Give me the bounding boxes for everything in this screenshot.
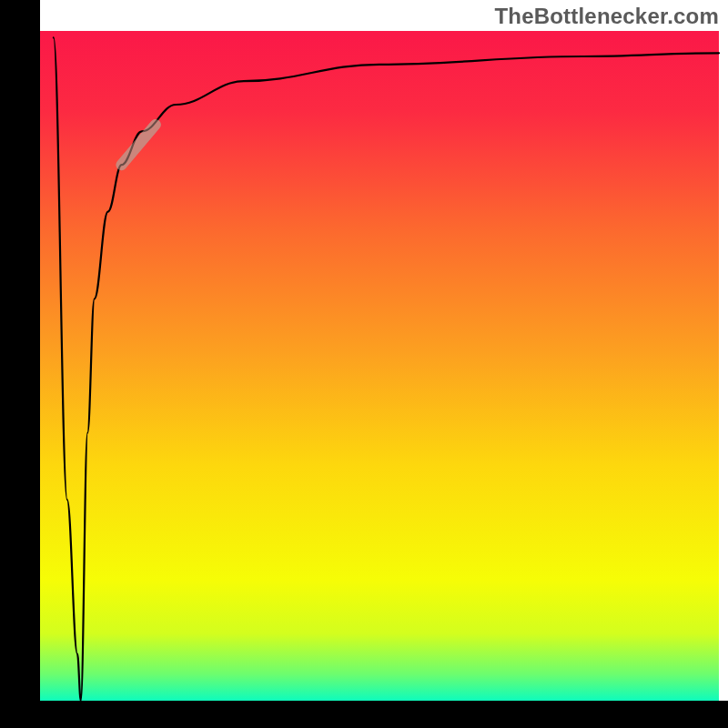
chart-stage: TheBottlenecker.com — [0, 0, 728, 728]
x-axis-bar — [0, 701, 728, 728]
y-axis-bar — [0, 0, 40, 728]
watermark-label: TheBottlenecker.com — [494, 4, 719, 29]
bottleneck-chart — [0, 0, 728, 728]
